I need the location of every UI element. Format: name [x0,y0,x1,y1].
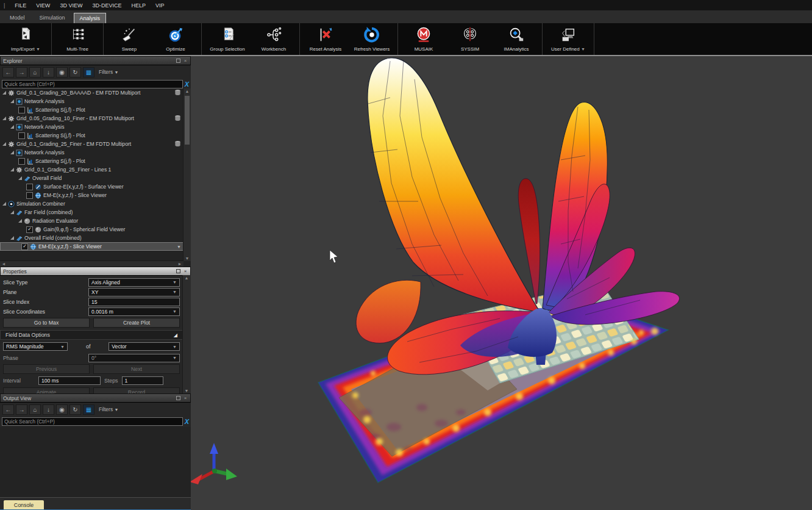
toolbar-button-workbench[interactable]: Workbench [251,23,297,55]
menu-item-3d-view[interactable]: 3D VIEW [60,2,82,9]
down-icon[interactable]: ↓ [43,404,54,415]
slice-index-input[interactable] [88,298,180,306]
pin-icon[interactable] [176,59,180,63]
steps-input[interactable] [122,376,163,385]
create-plot-button[interactable]: Create Plot [93,318,180,328]
menu-item-view[interactable]: VIEW [36,2,50,9]
interval-input[interactable] [38,376,101,385]
magnitude-select[interactable]: RMS Magnitude▼ [3,342,68,351]
visibility-checkbox[interactable] [18,132,25,139]
home-icon[interactable]: ⌂ [29,67,41,77]
pin-icon[interactable] [176,269,180,273]
expander-icon[interactable] [10,151,14,154]
forward-icon[interactable]: → [16,67,27,77]
filters-dropdown[interactable]: Filters ▼ [99,406,118,412]
home-icon[interactable]: ⌂ [29,404,41,415]
viewport-3d[interactable] [191,56,812,510]
expander-icon[interactable] [18,219,22,223]
tree-item-overall-field[interactable]: Overall Field [0,174,183,182]
expander-icon[interactable] [2,91,6,95]
down-icon[interactable]: ↓ [43,67,54,77]
tree-item-network-analysis[interactable]: Network Analysis [0,123,183,131]
component-select[interactable]: Vector▼ [109,342,180,351]
tree-item-far-field-combined[interactable]: Far Field (combined) [0,208,183,217]
clear-search-icon[interactable]: X [185,81,189,88]
expander-icon[interactable] [10,99,14,103]
visibility-checkbox[interactable] [18,158,25,165]
record-button[interactable]: Record [93,387,180,393]
tab-analysis[interactable]: Analysis [74,13,107,23]
tree-item-em-e-x-y-z-f-slice-viewer[interactable]: ✓ EM-E(x,y,z,f) - Slice Viewer ▼ [0,242,183,251]
visibility-checkbox[interactable] [26,184,33,190]
tree-item-network-analysis[interactable]: Network Analysis [0,148,183,157]
visibility-checkbox[interactable] [18,107,25,113]
toolbar-button-user-defined[interactable]: User Defined ▼ [545,23,591,55]
eye-icon[interactable]: ◉ [56,404,68,415]
tree-item-grid-0-05-grading-10-finer-em-fdtd-multiport[interactable]: Grid_0.05_Grading_10_Finer - EM FDTD Mul… [0,114,183,123]
expander-icon[interactable] [10,210,14,214]
close-icon[interactable]: × [183,396,188,401]
grid-icon[interactable]: ▦ [83,404,94,415]
toolbar-button-reset-analysis[interactable]: Reset Analysis [302,23,349,55]
toolbar-button-imanalytics[interactable]: IMAnalytics [493,23,540,55]
menu-item-help[interactable]: HELP [131,2,146,9]
tree-item-overall-field-combined[interactable]: Overall Field (combined) [0,234,183,242]
slice-type-select[interactable]: Axis Aligned▼ [88,278,180,287]
toolbar-button-imp-export[interactable]: Imp/Export ▼ [2,23,49,55]
expander-icon[interactable] [10,236,14,240]
toolbar-button-refresh-viewers[interactable]: Refresh Viewers [349,23,395,55]
tree-item-grid-0-1-grading-25-finer-em-fdtd-multiport[interactable]: Grid_0.1_Grading_25_Finer - EM FDTD Mult… [0,140,183,148]
expander-icon[interactable] [2,202,6,206]
console-tab[interactable]: Console [4,500,44,509]
tree-item-scattering-s-j-f-plot[interactable]: Scattering S(j,f) - Plot [0,106,183,114]
field-data-options-header[interactable]: Field Data Options◢ [0,330,183,340]
toolbar-button-musaik[interactable]: MUSAIK [401,23,447,55]
tree-item-grid-0-1-grading-25-finer-lines-1[interactable]: Grid_0.1_Grading_25_Finer - Lines 1 [0,165,183,174]
close-icon[interactable]: × [183,59,188,63]
toolbar-button-optimize[interactable]: Optimize [152,23,199,55]
expander-icon[interactable] [10,168,14,171]
slice-coordinates-select[interactable]: 0.0016 m▼ [88,307,180,316]
phase-select[interactable]: 0°▼ [88,354,180,362]
tree-item-network-analysis[interactable]: Network Analysis [0,97,183,106]
plane-select[interactable]: XY▼ [88,288,180,296]
tree-item-scattering-s-j-f-plot[interactable]: Scattering S(j,f) - Plot [0,157,183,165]
properties-scrollbar[interactable]: ▲ ▼ [182,275,191,393]
grid-icon[interactable]: ▦ [83,67,94,77]
back-icon[interactable]: ← [2,404,14,415]
expander-icon[interactable] [2,117,6,120]
menu-item-3d-device[interactable]: 3D-DEVICE [92,2,121,9]
toolbar-button-syssim[interactable]: SYSSIM [447,23,493,55]
toolbar-button-multi-tree[interactable]: Multi-Tree [54,23,101,55]
tree-item-scattering-s-j-f-plot[interactable]: Scattering S(j,f) - Plot [0,131,183,140]
close-icon[interactable]: × [183,269,188,274]
tree-item-grid-0-1-grading-20-baaaad-em-fdtd-multiport[interactable]: Grid_0.1_Grading_20_BAAAAD - EM FDTD Mul… [0,88,183,97]
menu-item-vip[interactable]: VIP [155,2,165,9]
clear-search-icon[interactable]: X [185,418,189,425]
animate-button[interactable]: Animate [3,387,90,393]
tree-item-simulation-combiner[interactable]: Simulation Combiner [0,199,183,208]
loop-icon[interactable]: ↻ [69,67,81,77]
menu-item-file[interactable]: FILE [15,2,26,9]
tab-simulation[interactable]: Simulation [34,12,71,23]
expander-icon[interactable] [18,176,22,180]
toolbar-button-sweep[interactable]: Sweep [106,23,152,55]
toolbar-button-group-selection[interactable]: Group Selection [204,23,251,55]
tree-item-em-e-x-y-z-f-slice-viewer[interactable]: EM-E(x,y,z,f) - Slice Viewer [0,191,183,199]
go-to-max-button[interactable]: Go to Max [3,318,90,328]
tree-item-surface-e-x-y-z-f-surface-viewer[interactable]: Surface-E(x,y,z,f) - Surface Viewer [0,182,183,191]
visibility-checkbox[interactable]: ✓ [26,226,33,233]
back-icon[interactable]: ← [2,67,14,77]
visibility-checkbox[interactable] [26,192,33,199]
eye-icon[interactable]: ◉ [56,67,68,77]
next-button[interactable]: Next [93,364,180,374]
tree-item-gain-f-spherical-field-viewer[interactable]: ✓ Gain(θ,φ,f) - Spherical Field Viewer [0,225,183,234]
tree-item-radiation-evaluator[interactable]: Radiation Evaluator [0,217,183,225]
loop-icon[interactable]: ↻ [69,404,81,415]
explorer-vertical-scrollbar[interactable]: ▲ ▼ [183,88,191,261]
output-search-input[interactable] [2,417,183,426]
expander-icon[interactable] [2,142,6,146]
chevron-down-icon[interactable]: ▼ [177,245,181,249]
explorer-search-input[interactable] [2,80,183,88]
expander-icon[interactable] [10,125,14,129]
